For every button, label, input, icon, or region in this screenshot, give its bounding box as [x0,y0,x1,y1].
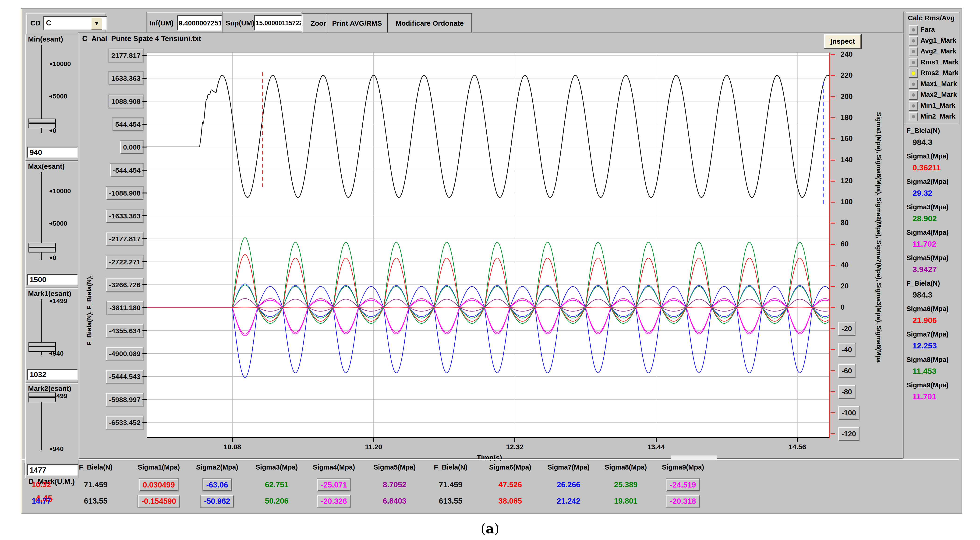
table-header-F_Biela(N): F_Biela(N) [79,464,112,471]
print-avg-rms-button[interactable]: Print AVG/RMS [326,14,388,33]
calc-radio-Rms2_Mark[interactable] [909,68,918,78]
right-axis-tick [830,96,835,97]
right-axis-label: 20 [841,282,848,290]
right-axis-label-boxed: -40 [838,343,855,357]
y-axis-tick [142,261,146,262]
y-axis-label: 2177.817 [108,49,143,62]
right-axis-label: 120 [841,177,853,185]
right-axis-label: 80 [841,219,848,227]
cd-dropdown-arrow-icon[interactable]: ▼ [91,17,102,30]
table-cell: 8.7052 [383,480,407,489]
calc-option-label: Rms2_Mark [920,69,959,77]
inspect-button[interactable]: Inspect [824,34,861,49]
right-axis-tick [830,222,835,224]
table-cell: 613.55 [439,497,463,505]
calc-option-label: Fara [920,26,935,33]
y-axis-tick [142,124,146,125]
right-axis-label: 180 [841,113,853,122]
table-cell: 62.751 [265,480,289,489]
print-button-label: Print AVG/RMS [332,19,382,27]
inf-label: Inf(UM) [150,19,173,27]
calc-radio-Max1_Mark[interactable] [909,79,918,89]
slider-handle-Min(esant)[interactable] [29,119,56,129]
right-axis-label: 60 [841,240,848,248]
readout-value: 3.9427 [913,265,937,274]
readout-label: Sigma1(Mpa) [907,152,948,160]
readout-label: Sigma5(Mpa) [907,254,948,262]
table-cell: 50.206 [265,497,289,505]
radio-dot [912,115,915,118]
slider-label: Mark1(esant) [28,290,71,297]
right-axis-label-boxed: -60 [838,364,855,378]
readout-value: 12.253 [913,341,937,350]
y-axis-tick [142,238,146,239]
y-axis-label: -544.454 [110,164,143,177]
slider-input-Min(esant)[interactable]: 940 [27,147,78,158]
calc-option-label: Rms1_Mark [920,58,959,66]
calc-radio-Avg1_Mark[interactable] [909,36,918,46]
calc-option-label: Avg2_Mark [920,48,956,55]
table-cell: -63.06 [203,479,232,491]
readout-label: Sigma9(Mpa) [907,381,948,389]
modificare-ordonate-button[interactable]: Modificare Ordonate [388,14,472,33]
y-axis-label: -2722.271 [106,256,143,268]
right-axis-tick [830,75,835,76]
slider-label: Min(esant) [28,35,63,43]
calc-radio-Rms1_Mark[interactable] [909,58,918,67]
x-axis-tick [797,438,798,442]
splitter-handle[interactable] [671,456,718,460]
right-axis-label: 160 [841,134,853,143]
calc-radio-Min1_Mark[interactable] [909,101,918,111]
y-axis-label: -6533.452 [106,416,143,429]
y-axis-tick [142,399,146,400]
table-cell: -50.962 [200,495,234,507]
right-axis-label-boxed: -120 [838,427,859,441]
right-axis-tick [830,286,835,287]
readout-value: 0.36211 [913,163,941,172]
calc-radio-Avg2_Mark[interactable] [909,47,918,56]
readout-value: 21.906 [913,316,937,325]
table-cell: 0.030499 [139,479,178,491]
sup-input[interactable]: 15.00000115722 [254,16,302,31]
x-axis-tick [232,438,233,442]
radio-dot [912,28,915,32]
table-header-Sigma9(Mpa): Sigma9(Mpa) [662,464,704,471]
slider-input-Mark1(esant)[interactable]: 1032 [27,369,78,380]
right-axis-label: 200 [841,92,853,101]
slider-tick-label: ◄0 [48,254,56,262]
y-axis-tick [142,101,146,102]
radio-dot [912,83,915,86]
right-axis-tick [830,412,835,413]
slider-handle-Mark2(esant)[interactable] [29,392,56,402]
table-cell: -20.326 [317,495,350,507]
inf-value: 9.4000007251 [179,19,222,27]
y-axis-tick [142,284,146,285]
cd-value: C [46,19,51,27]
readout-label: Sigma7(Mpa) [907,330,948,338]
inf-input[interactable]: 9.4000007251 [177,16,222,31]
y-axis-label: -3266.726 [106,278,143,291]
slider-input-Max(esant)[interactable]: 1500 [27,274,78,285]
slider-track-Mark2(esant)[interactable] [41,394,42,450]
sup-value: 15.00000115722 [256,20,302,27]
y-axis-label: 544.454 [113,118,143,131]
calc-radio-Min2_Mark[interactable] [909,112,918,121]
slider-handle-Max(esant)[interactable] [29,243,56,253]
table-cell: 21.242 [557,497,581,505]
x-axis-tick-label: 11.20 [355,443,392,451]
slider-input-Mark2(esant)[interactable]: 1477 [27,464,78,476]
chart-title: C_Anal_Punte Spate 4 Tensiuni.txt [82,35,201,43]
calc-radio-Max2_Mark[interactable] [909,90,918,100]
slider-handle-Mark1(esant)[interactable] [29,342,56,352]
inspect-label: Inspect [830,37,855,45]
plot-background [146,52,830,438]
x-axis-tick-label: 14.56 [779,443,816,451]
screenshot-root: CD C ▼ Inf(UM) 9.4000007251 Sup(UM) 15.0… [0,0,980,540]
slider-tick-label: ◄10000 [48,60,71,68]
table-cell: 26.266 [557,480,581,489]
calc-radio-Fara[interactable] [909,25,918,35]
caption-letter: a [486,521,494,536]
right-axis-label: 220 [841,71,853,79]
x-axis-tick [655,438,657,442]
waveform-plot[interactable] [146,52,830,438]
